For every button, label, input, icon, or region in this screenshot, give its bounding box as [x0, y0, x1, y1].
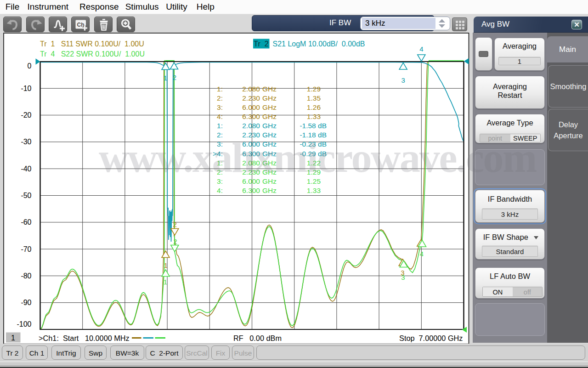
svg-text:1.26: 1.26 — [307, 103, 321, 111]
svg-text:S21 LogM 10.00dB/ 0.00dB: S21 LogM 10.00dB/ 0.00dB — [273, 40, 365, 48]
svg-text:1:: 1: — [217, 85, 223, 93]
svg-text:Tr 2: Tr 2 — [254, 40, 268, 48]
svg-text:0: 0 — [28, 62, 32, 70]
svg-text:GHz: GHz — [262, 103, 277, 111]
svg-text:GHz: GHz — [262, 94, 277, 102]
svg-text:3: 3 — [401, 76, 405, 84]
svg-text:1: 1 — [11, 334, 15, 342]
svg-text:1.35: 1.35 — [307, 94, 321, 102]
svg-text:4: 4 — [420, 250, 424, 258]
svg-text:-40: -40 — [21, 165, 31, 173]
svg-text:-1.58 dB: -1.58 dB — [300, 122, 327, 130]
svg-text:GHz: GHz — [262, 113, 277, 120]
svg-text:Tr 1 S11 SWR 0.100U/ 1.00U: Tr 1 S11 SWR 0.100U/ 1.00U — [40, 40, 144, 48]
svg-text:-100: -100 — [17, 320, 31, 328]
svg-text:2.080: 2.080 — [242, 122, 260, 130]
svg-text:Tr 4 S22 SWR 0.100U/ 1.00U: Tr 4 S22 SWR 0.100U/ 1.00U — [40, 50, 145, 58]
svg-text:>Ch1: Start 10.0000 MHz: >Ch1: Start 10.0000 MHz — [39, 334, 130, 342]
svg-text:GHz: GHz — [262, 187, 277, 194]
svg-text:4:: 4: — [217, 187, 223, 194]
svg-text:1: 1 — [164, 278, 167, 286]
svg-text:-70: -70 — [21, 245, 31, 253]
svg-text:GHz: GHz — [262, 85, 277, 93]
svg-text:-50: -50 — [21, 192, 31, 199]
svg-text:Stop 7.00000 GHz: Stop 7.00000 GHz — [399, 334, 463, 342]
svg-text:-10: -10 — [21, 85, 31, 92]
svg-text:1:: 1: — [217, 122, 223, 130]
svg-text:3:: 3: — [217, 103, 223, 111]
svg-text:2: 2 — [173, 74, 176, 81]
svg-text:-60: -60 — [21, 218, 31, 226]
svg-text:2.080: 2.080 — [242, 85, 260, 93]
svg-text:1.33: 1.33 — [307, 187, 321, 194]
svg-text:6.000: 6.000 — [242, 103, 260, 111]
svg-text:1.29: 1.29 — [307, 85, 321, 93]
svg-text:2: 2 — [173, 238, 177, 245]
svg-text:1: 1 — [164, 74, 167, 82]
svg-text:2: 2 — [173, 221, 177, 228]
svg-text:-20: -20 — [21, 111, 31, 119]
svg-text:2.230: 2.230 — [242, 94, 260, 102]
svg-text:2:: 2: — [217, 94, 223, 102]
svg-text:GHz: GHz — [262, 122, 277, 130]
svg-text:-90: -90 — [21, 299, 31, 306]
svg-text:-30: -30 — [21, 138, 31, 146]
svg-text:-80: -80 — [21, 272, 31, 280]
svg-text:4:: 4: — [217, 113, 223, 120]
svg-text:1: 1 — [164, 261, 168, 269]
svg-text:3: 3 — [401, 273, 405, 281]
svg-text:4: 4 — [419, 45, 423, 53]
svg-text:6.300: 6.300 — [242, 187, 260, 194]
svg-text:1.33: 1.33 — [307, 113, 321, 120]
svg-text:6.300: 6.300 — [242, 113, 260, 120]
svg-text:RF 0.00 dBm: RF 0.00 dBm — [233, 334, 282, 342]
